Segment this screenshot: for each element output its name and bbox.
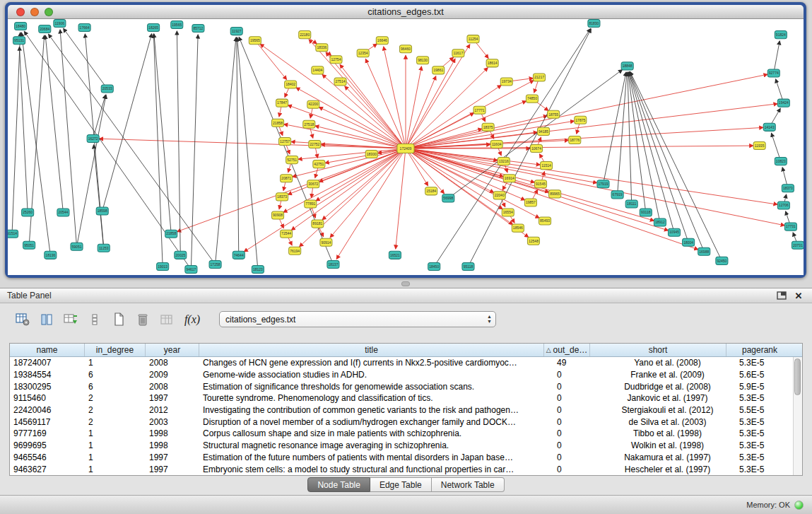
graph-node[interactable]: 18614 bbox=[486, 59, 498, 67]
graph-node[interactable]: 18111 bbox=[625, 200, 637, 208]
graph-node[interactable]: 14143 bbox=[763, 123, 775, 131]
table-row[interactable]: 1938455462009Genome-wide association stu… bbox=[10, 369, 802, 381]
graph-node[interactable]: 91545 bbox=[534, 180, 546, 188]
graph-node[interactable]: 76194 bbox=[289, 247, 301, 255]
graph-node[interactable]: 42751 bbox=[313, 160, 325, 168]
graph-node[interactable]: 11617 bbox=[452, 49, 464, 57]
graph-node[interactable]: 95131 bbox=[13, 37, 25, 45]
graph-node[interactable]: 17258 bbox=[209, 260, 221, 268]
graph-node[interactable]: 18776 bbox=[569, 136, 581, 144]
delete-icon[interactable] bbox=[133, 310, 153, 329]
graph-node[interactable]: 18755 bbox=[548, 110, 560, 118]
graph-node[interactable]: 52751 bbox=[286, 156, 298, 164]
scrollbar-thumb[interactable] bbox=[794, 358, 801, 395]
graph-canvas[interactable]: 1724091956522180183361275414404275141235… bbox=[8, 19, 804, 275]
graph-node[interactable]: 19861 bbox=[433, 66, 445, 74]
graph-node[interactable]: 20544 bbox=[57, 209, 69, 216]
close-window-button[interactable] bbox=[16, 8, 25, 16]
network-window-titlebar[interactable]: citations_edges.txt bbox=[8, 5, 804, 19]
graph-node[interactable]: 15184 bbox=[425, 187, 437, 195]
table-row[interactable]: 969969511998Structural magnetic resonanc… bbox=[10, 440, 802, 452]
graph-node[interactable]: 18300 bbox=[365, 151, 377, 158]
tab-edge-table[interactable]: Edge Table bbox=[370, 477, 432, 492]
graph-node[interactable]: 11935 bbox=[753, 141, 765, 149]
graph-node[interactable]: 19565 bbox=[171, 21, 183, 29]
table-row[interactable]: 977716911998Corpus callosum shape and si… bbox=[10, 428, 802, 440]
column-header-title[interactable]: title bbox=[199, 344, 544, 356]
graph-node[interactable]: 18480 bbox=[15, 23, 27, 30]
graph-node[interactable]: 56998 bbox=[442, 194, 454, 202]
graph-node[interactable]: 67919 bbox=[611, 191, 623, 199]
table-row[interactable]: 1830029562008Estimation of significance … bbox=[10, 380, 802, 392]
graph-node[interactable]: 21858 bbox=[165, 230, 177, 238]
graph-node[interactable]: 20731 bbox=[792, 241, 804, 249]
graph-node[interactable]: 90914 bbox=[320, 238, 332, 246]
table-scrollbar[interactable] bbox=[793, 357, 802, 475]
panel-resize-handle[interactable] bbox=[401, 281, 410, 286]
column-header-pagerank[interactable]: pagerank bbox=[726, 344, 793, 356]
graph-node[interactable]: 18598 bbox=[96, 207, 108, 215]
tab-node-table[interactable]: Node Table bbox=[307, 477, 370, 492]
graph-node[interactable]: 12548 bbox=[527, 237, 539, 245]
table-row[interactable]: 1872400712008Changes of HCN gene express… bbox=[10, 357, 802, 369]
graph-node[interactable]: 18123 bbox=[252, 265, 264, 273]
graph-node[interactable]: 59051 bbox=[71, 243, 83, 250]
graph-node[interactable]: 11253 bbox=[98, 244, 110, 252]
rows-icon[interactable] bbox=[85, 310, 105, 329]
graph-node[interactable]: 10945 bbox=[668, 228, 680, 236]
graph-node[interactable]: 18336 bbox=[316, 44, 328, 52]
graph-node[interactable]: 17731 bbox=[784, 223, 796, 230]
table-import-icon[interactable] bbox=[61, 310, 81, 329]
zoom-window-button[interactable] bbox=[45, 8, 53, 16]
graph-node[interactable]: 18373 bbox=[276, 193, 288, 201]
graph-node[interactable]: 16272 bbox=[87, 134, 99, 142]
table-settings-icon[interactable] bbox=[13, 310, 33, 329]
graph-node[interactable]: 18402 bbox=[285, 81, 297, 88]
graph-node[interactable]: 19734 bbox=[500, 78, 512, 86]
column-header-name[interactable]: name bbox=[10, 344, 85, 356]
graph-node[interactable]: 72544 bbox=[281, 230, 293, 238]
graph-node[interactable]: 11927 bbox=[230, 28, 242, 35]
graph-node[interactable]: 91824 bbox=[775, 31, 787, 39]
graph-node[interactable]: 94185 bbox=[537, 127, 549, 135]
graph-node[interactable]: 20871 bbox=[281, 175, 293, 182]
graph-node[interactable]: 19565 bbox=[249, 37, 261, 45]
graph-node[interactable]: 10674 bbox=[530, 144, 542, 152]
graph-node[interactable]: 17771 bbox=[473, 106, 486, 114]
new-document-icon[interactable] bbox=[109, 310, 129, 329]
graph-node[interactable]: 91514 bbox=[8, 230, 18, 238]
graph-node[interactable]: 16988 bbox=[698, 247, 710, 255]
graph-node[interactable]: 18373 bbox=[782, 185, 794, 192]
table-row[interactable]: 946362711997Embryonic stem cells: a mode… bbox=[10, 463, 802, 475]
graph-node[interactable]: 90908 bbox=[271, 211, 283, 219]
graph-node[interactable]: 85712 bbox=[192, 25, 204, 33]
graph-node[interactable]: 93118 bbox=[640, 209, 652, 216]
graph-node[interactable]: 20684 bbox=[39, 25, 51, 33]
graph-node[interactable]: 19424 bbox=[777, 99, 789, 107]
table-select-dropdown[interactable]: citations_edges.txt ▲▼ bbox=[219, 311, 496, 327]
graph-node[interactable]: 95051 bbox=[23, 241, 35, 249]
table-row[interactable]: 1456911722003Disruption of a novel membe… bbox=[10, 416, 802, 428]
graph-node[interactable]: 22180 bbox=[299, 31, 311, 39]
graph-node[interactable]: 30672 bbox=[307, 180, 319, 188]
table-row[interactable]: 946554611997Estimation of the future num… bbox=[10, 452, 802, 464]
graph-node[interactable]: 98130 bbox=[417, 57, 429, 64]
graph-node[interactable]: 18848 bbox=[621, 62, 633, 70]
graph-node[interactable]: 42200 bbox=[307, 100, 319, 108]
graph-node[interactable]: 96460 bbox=[399, 45, 411, 53]
graph-node[interactable]: 172409 bbox=[397, 144, 414, 153]
graph-node[interactable]: 89965 bbox=[549, 190, 561, 198]
graph-node[interactable]: 12757 bbox=[279, 137, 291, 145]
graph-node[interactable]: 19857 bbox=[524, 199, 536, 206]
graph-node[interactable]: 11514 bbox=[541, 162, 553, 170]
graph-node[interactable]: 17919 bbox=[597, 180, 609, 188]
tab-network-table[interactable]: Network Table bbox=[432, 477, 505, 492]
graph-node[interactable]: 18265 bbox=[148, 24, 160, 32]
graph-node[interactable]: 95118 bbox=[462, 262, 474, 270]
graph-node[interactable]: 17847 bbox=[276, 99, 288, 107]
table-disabled-icon[interactable] bbox=[157, 310, 177, 329]
graph-node[interactable]: 77891 bbox=[305, 200, 317, 208]
column-header-out-de-[interactable]: △out_de… bbox=[544, 344, 590, 356]
graph-node[interactable]: 22040 bbox=[493, 192, 505, 199]
graph-node[interactable]: 89181 bbox=[312, 220, 324, 228]
